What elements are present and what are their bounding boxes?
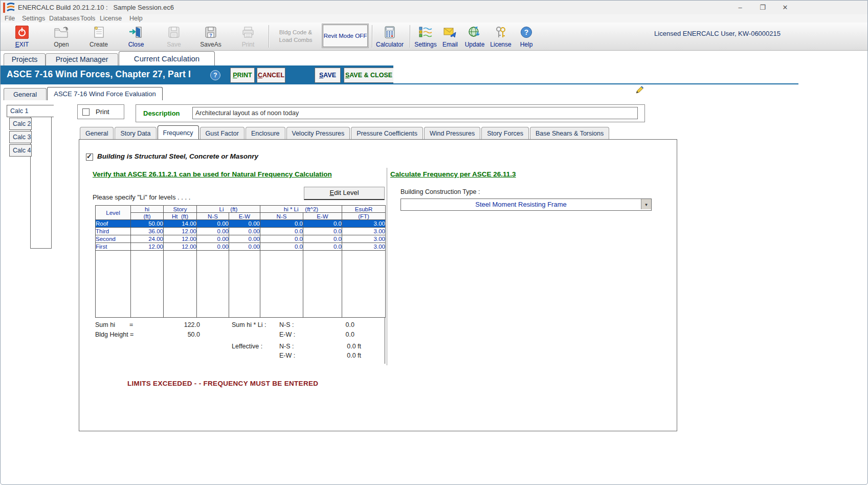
tab-projects[interactable]: Projects <box>4 53 46 65</box>
table-row[interactable]: Roof50.0014.000.000.000.00.03.00 <box>96 220 386 228</box>
subtab-general[interactable]: General <box>80 127 114 139</box>
col-li-ns: N-S <box>197 213 229 220</box>
tab-wind-force-evaluation[interactable]: ASCE 7-16 Wind Force Evaluation <box>47 87 163 100</box>
value-cell[interactable]: 12.00 <box>164 243 197 251</box>
settings-button[interactable]: Settings <box>413 25 438 49</box>
save-and-close-button[interactable]: SAVE & CLOSE <box>344 68 394 83</box>
value-cell[interactable]: 12.00 <box>131 243 164 251</box>
print-checkbox-label: Print <box>96 108 109 116</box>
calculator-button[interactable]: Calculator <box>374 25 405 49</box>
level-cell[interactable]: First <box>96 243 131 251</box>
tab-current-calculation[interactable]: Current Calculation <box>119 51 215 65</box>
value-cell[interactable]: 0.00 <box>197 243 229 251</box>
print-button[interactable]: Print <box>234 25 262 49</box>
value-cell[interactable]: 14.00 <box>164 220 197 228</box>
value-cell[interactable]: 50.00 <box>131 220 164 228</box>
subtab-story-forces[interactable]: Story Forces <box>481 127 529 139</box>
dropdown-arrow-icon[interactable] <box>641 199 651 209</box>
level-cell[interactable]: Roof <box>96 220 131 228</box>
building-material-checkbox[interactable] <box>86 153 93 161</box>
menu-databases[interactable]: Databases <box>49 15 80 22</box>
value-cell[interactable]: 0.00 <box>197 235 229 243</box>
value-cell[interactable]: 0.00 <box>229 235 260 243</box>
table-row[interactable]: Second24.0012.000.000.000.00.03.00 <box>96 235 386 243</box>
subtab-gust-factor[interactable]: Gust Factor <box>200 127 244 139</box>
tab-calc-1[interactable]: Calc 1 <box>7 105 54 117</box>
print-checkbox[interactable] <box>82 108 90 116</box>
value-cell[interactable]: 0.0 <box>303 228 342 235</box>
subtab-wind-pressures[interactable]: Wind Pressures <box>424 127 480 139</box>
help-button[interactable]: ? Help <box>515 25 538 49</box>
print-calc-button[interactable]: PRINT <box>230 68 255 83</box>
minimize-button[interactable]: – <box>729 2 751 13</box>
menu-license[interactable]: License <box>100 15 122 22</box>
edit-pencil-icon[interactable] <box>635 86 644 96</box>
bldg-code-load-combs-button[interactable]: Bldg Code & Load Combs <box>272 29 319 44</box>
value-cell[interactable]: 24.00 <box>131 235 164 243</box>
level-cell[interactable]: Third <box>96 228 131 235</box>
close-file-button[interactable]: Close <box>122 25 150 49</box>
email-button[interactable]: Email <box>438 25 462 49</box>
tab-project-manager[interactable]: Project Manager <box>46 53 118 65</box>
building-codes-strip: IBC 2018, ASCE 7-16, CBC 2019, AISC 360-… <box>393 65 798 84</box>
tab-calc-4[interactable]: Calc 4 <box>9 144 32 157</box>
exit-button[interactable]: EXIT <box>8 25 36 49</box>
maximize-button[interactable]: ❐ <box>751 2 774 13</box>
save-as-button[interactable]: ? SaveAs <box>196 25 225 49</box>
menu-settings[interactable]: Settings <box>22 15 45 22</box>
subtab-story-data[interactable]: Story Data <box>115 127 156 139</box>
value-cell[interactable]: 3.00 <box>342 228 386 235</box>
value-cell[interactable]: 3.00 <box>342 243 386 251</box>
subtab-velocity-pressures[interactable]: Velocity Pressures <box>286 127 350 139</box>
description-input[interactable]: Architectural layout as of noon today <box>192 107 638 119</box>
value-cell[interactable]: 0.0 <box>260 228 303 235</box>
open-button[interactable]: Open <box>47 25 76 49</box>
construction-type-dropdown[interactable]: Steel Moment Resisting Frame <box>400 199 652 211</box>
cancel-button[interactable]: CANCEL <box>257 68 285 83</box>
create-button[interactable]: Create <box>84 25 113 49</box>
license-button[interactable]: License <box>487 25 514 49</box>
sum-hili-ns-value: 0.0 <box>323 321 354 328</box>
edit-level-button[interactable]: Edit Level <box>304 187 385 200</box>
printer-icon <box>241 25 255 40</box>
tab-calc-2[interactable]: Calc 2 <box>9 118 32 130</box>
value-cell[interactable]: 12.00 <box>164 228 197 235</box>
revit-mode-button[interactable]: Revit Mode OFF <box>323 25 368 47</box>
header-help-icon[interactable]: ? <box>210 70 220 80</box>
subtab-frequency[interactable]: Frequency <box>158 125 199 139</box>
save-button[interactable]: Save <box>160 25 188 49</box>
value-cell[interactable]: 0.0 <box>260 220 303 228</box>
menu-tools[interactable]: Tools <box>80 15 95 22</box>
value-cell[interactable]: 0.00 <box>229 228 260 235</box>
menu-help[interactable]: Help <box>129 15 143 22</box>
value-cell[interactable]: 0.00 <box>229 243 260 251</box>
value-cell[interactable]: 0.0 <box>303 235 342 243</box>
value-cell[interactable]: 0.0 <box>260 235 303 243</box>
table-row[interactable]: First12.0012.000.000.000.00.03.00 <box>96 243 386 251</box>
tab-general-doc[interactable]: General <box>4 88 47 100</box>
level-cell[interactable]: Second <box>96 235 131 243</box>
title-bar: ENERCALC Build 20.21.2.10 : Sample Sessi… <box>1 1 867 14</box>
update-button[interactable]: Update <box>463 25 486 49</box>
subtab-base-shears-torsions[interactable]: Base Shears & Torsions <box>530 127 609 139</box>
save-calc-button[interactable]: SAVE <box>315 68 341 83</box>
floppy-disk-icon <box>167 25 181 40</box>
close-window-button[interactable]: ✕ <box>774 2 796 13</box>
subtab-enclosure[interactable]: Enclosure <box>246 127 285 139</box>
subtab-pressure-coefficients[interactable]: Pressure Coefficients <box>351 127 423 139</box>
construction-type-value: Steel Moment Resisting Frame <box>401 199 641 210</box>
value-cell[interactable]: 0.0 <box>260 243 303 251</box>
value-cell[interactable]: 0.0 <box>303 220 342 228</box>
menu-file[interactable]: File <box>5 15 15 22</box>
verify-frequency-heading: Verify that ASCE 26.11.2.1 can be used f… <box>93 170 332 178</box>
value-cell[interactable]: 3.00 <box>342 235 386 243</box>
value-cell[interactable]: 36.00 <box>131 228 164 235</box>
value-cell[interactable]: 12.00 <box>164 235 197 243</box>
value-cell[interactable]: 0.00 <box>229 220 260 228</box>
value-cell[interactable]: 0.00 <box>197 228 229 235</box>
tab-calc-3[interactable]: Calc 3 <box>9 131 32 143</box>
table-row[interactable]: Third36.0012.000.000.000.00.03.00 <box>96 228 386 235</box>
value-cell[interactable]: 0.0 <box>303 243 342 251</box>
value-cell[interactable]: 0.00 <box>197 220 229 228</box>
value-cell[interactable]: 3.00 <box>342 220 386 228</box>
